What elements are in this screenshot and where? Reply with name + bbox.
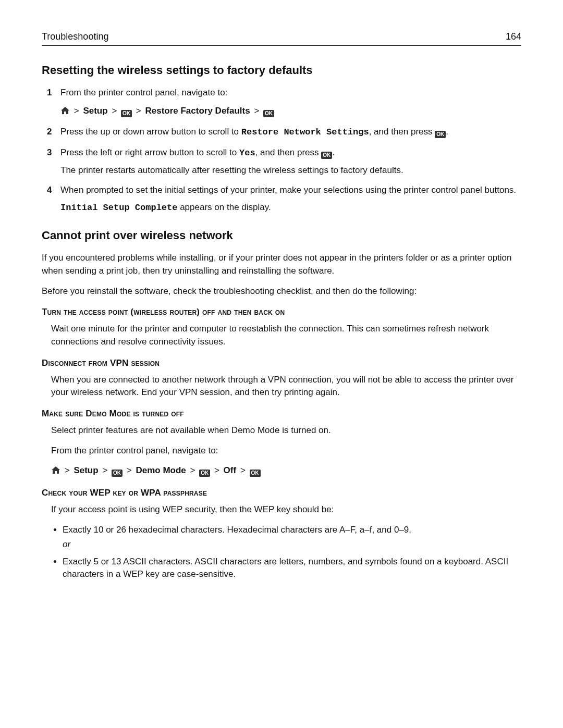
running-section: Troubleshooting xyxy=(42,31,108,42)
separator-gt: > xyxy=(110,106,118,116)
step-3a: Press the left or right arrow button to … xyxy=(60,147,239,157)
steps-list: From the printer control panel, navigate… xyxy=(42,87,521,214)
separator-gt: > xyxy=(189,465,197,475)
separator-gt: > xyxy=(239,465,247,475)
step-2-code: Restore Network Settings xyxy=(241,127,369,137)
sub3-body2: From the printer control panel, navigate… xyxy=(42,445,521,458)
sub1-body: Wait one minute for the printer and comp… xyxy=(42,323,521,348)
step-3c: . xyxy=(332,147,335,157)
separator-gt: > xyxy=(252,106,261,116)
ok-icon: OK xyxy=(263,110,274,117)
step-4-extra: Initial Setup Complete appears on the di… xyxy=(60,201,521,215)
sub-heading-demo-mode: Make sure Demo Mode is turned off xyxy=(42,409,521,419)
separator-gt: > xyxy=(72,106,81,116)
step-4: When prompted to set the initial setting… xyxy=(42,184,521,214)
separator-gt: > xyxy=(125,465,133,475)
section-heading-reset: Resetting the wireless settings to facto… xyxy=(42,64,521,77)
step-3-code: Yes xyxy=(239,148,255,158)
wep-bullet-1: Exactly 10 or 26 hexadecimal characters.… xyxy=(63,524,521,551)
ok-icon: OK xyxy=(321,152,332,159)
nav-restore: Restore Factory Defaults xyxy=(145,106,250,116)
separator-gt: > xyxy=(101,465,109,475)
step-4-code: Initial Setup Complete xyxy=(60,203,177,213)
ok-icon: OK xyxy=(435,131,446,138)
page-number: 164 xyxy=(506,31,521,42)
sub2-body: When you are connected to another networ… xyxy=(42,374,521,399)
wep-or: or xyxy=(63,538,521,551)
section-heading-cannot-print: Cannot print over wireless network xyxy=(42,229,521,242)
ok-icon: OK xyxy=(112,470,123,477)
separator-gt: > xyxy=(213,465,221,475)
ok-icon: OK xyxy=(199,470,210,477)
step-4-text: When prompted to set the initial setting… xyxy=(60,185,516,195)
nav-off: Off xyxy=(224,465,237,475)
sub-heading-access-point: Turn the access point (wireless router) … xyxy=(42,307,521,317)
wep-bullets: Exactly 10 or 26 hexadecimal characters.… xyxy=(42,524,521,582)
separator-gt: > xyxy=(134,106,143,116)
step-1: From the printer control panel, navigate… xyxy=(42,87,521,118)
step-2: Press the up or down arrow button to scr… xyxy=(42,126,521,139)
step-2a: Press the up or down arrow button to scr… xyxy=(60,127,241,137)
sub4-body: If your access point is using WEP securi… xyxy=(42,503,521,516)
step-2b: , and then press xyxy=(369,127,435,137)
wep-bullet-2: Exactly 5 or 13 ASCII characters. ASCII … xyxy=(63,556,521,581)
nav-path-2: > Setup > OK > Demo Mode > OK > Off > OK xyxy=(42,464,521,478)
sec2-p2: Before you reinstall the software, check… xyxy=(42,285,521,298)
step-3-extra: The printer restarts automatically after… xyxy=(60,164,521,177)
step-4-after: appears on the display. xyxy=(177,202,271,212)
ok-icon: OK xyxy=(121,110,132,117)
home-icon xyxy=(51,465,60,478)
step-1-text: From the printer control panel, navigate… xyxy=(60,88,227,97)
page-header: Troubleshooting 164 xyxy=(42,31,521,46)
step-2c: . xyxy=(446,127,448,137)
nav-path-1: > Setup > OK > Restore Factory Defaults … xyxy=(60,105,521,119)
sub3-body: Select printer features are not availabl… xyxy=(42,424,521,437)
nav-demo-mode: Demo Mode xyxy=(136,465,186,475)
sub-heading-vpn: Disconnect from VPN session xyxy=(42,358,521,368)
nav-setup: Setup xyxy=(83,106,107,116)
sub-heading-wep: Check your WEP key or WPA passphrase xyxy=(42,488,521,498)
step-3: Press the left or right arrow button to … xyxy=(42,146,521,177)
step-3b: , and then press xyxy=(255,147,322,157)
home-icon xyxy=(60,106,70,119)
wep-bullet-1-text: Exactly 10 or 26 hexadecimal characters.… xyxy=(63,525,411,535)
sec2-p1: If you encountered problems while instal… xyxy=(42,252,521,277)
nav-setup: Setup xyxy=(74,465,98,475)
separator-gt: > xyxy=(63,465,71,475)
ok-icon: OK xyxy=(250,470,261,477)
manual-page: Troubleshooting 164 Resetting the wirele… xyxy=(0,0,563,637)
